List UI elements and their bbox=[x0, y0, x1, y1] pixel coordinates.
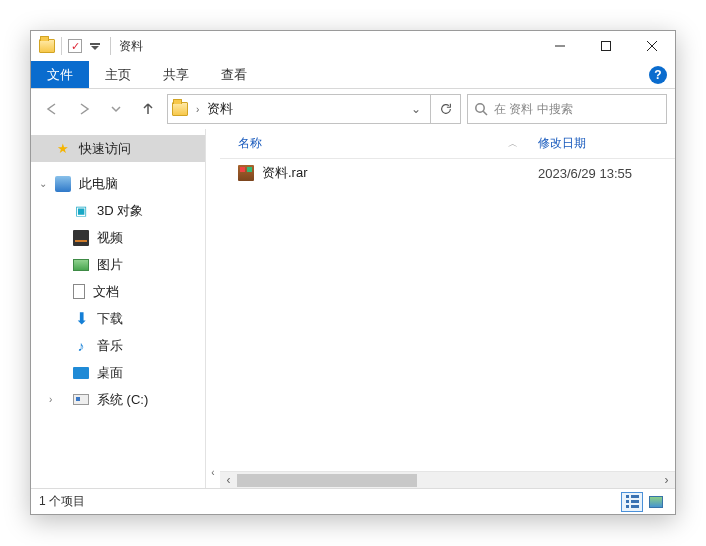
sidebar-item-3d-objects[interactable]: ▣ 3D 对象 bbox=[31, 197, 205, 224]
separator bbox=[110, 37, 111, 55]
column-header-name[interactable]: 名称 ︿ bbox=[220, 135, 530, 152]
table-row[interactable]: 资料.rar 2023/6/29 13:55 bbox=[220, 159, 675, 187]
file-list-pane: 名称 ︿ 修改日期 资料.rar 2023/6/29 13:55 ‹ bbox=[220, 129, 675, 488]
chevron-right-icon[interactable]: › bbox=[49, 394, 59, 405]
sidebar-item-label: 系统 (C:) bbox=[97, 391, 148, 409]
music-icon: ♪ bbox=[73, 338, 89, 354]
sidebar-item-label: 下载 bbox=[97, 310, 123, 328]
search-placeholder: 在 资料 中搜索 bbox=[494, 101, 573, 118]
scrollbar-thumb[interactable] bbox=[237, 474, 417, 487]
column-headers: 名称 ︿ 修改日期 bbox=[220, 129, 675, 159]
tab-home[interactable]: 主页 bbox=[89, 61, 147, 88]
sidebar-collapse-button[interactable]: ‹ bbox=[206, 129, 220, 488]
horizontal-scrollbar[interactable]: ‹ › bbox=[220, 471, 675, 488]
picture-icon bbox=[73, 259, 89, 271]
explorer-window: ✓ 资料 文件 主页 共享 查看 ? bbox=[30, 30, 676, 515]
close-button[interactable] bbox=[629, 31, 675, 61]
maximize-button[interactable] bbox=[583, 31, 629, 61]
svg-rect-1 bbox=[602, 42, 611, 51]
sidebar-item-quick-access[interactable]: ★ 快速访问 bbox=[31, 135, 205, 162]
nav-back-button[interactable] bbox=[39, 96, 65, 122]
sidebar-item-videos[interactable]: 视频 bbox=[31, 224, 205, 251]
document-icon bbox=[73, 284, 85, 299]
refresh-button[interactable] bbox=[431, 94, 461, 124]
sidebar-item-label: 3D 对象 bbox=[97, 202, 143, 220]
sort-ascending-icon: ︿ bbox=[508, 137, 518, 151]
file-list[interactable]: 资料.rar 2023/6/29 13:55 bbox=[220, 159, 675, 471]
file-name: 资料.rar bbox=[262, 164, 308, 182]
nav-history-dropdown[interactable] bbox=[103, 96, 129, 122]
separator bbox=[61, 37, 62, 55]
folder-icon bbox=[39, 39, 55, 53]
navigation-bar: › 资料 ⌄ 在 资料 中搜索 bbox=[31, 89, 675, 129]
title-bar: ✓ 资料 bbox=[31, 31, 675, 61]
column-header-modified[interactable]: 修改日期 bbox=[530, 135, 675, 152]
properties-qat-icon[interactable]: ✓ bbox=[68, 39, 82, 53]
sidebar-item-desktop[interactable]: 桌面 bbox=[31, 359, 205, 386]
sidebar-item-documents[interactable]: 文档 bbox=[31, 278, 205, 305]
search-input[interactable]: 在 资料 中搜索 bbox=[467, 94, 667, 124]
quick-access-toolbar: ✓ bbox=[31, 37, 102, 55]
view-details-button[interactable] bbox=[621, 492, 643, 512]
qat-dropdown-icon[interactable] bbox=[88, 38, 102, 54]
sidebar-item-label: 此电脑 bbox=[79, 175, 118, 193]
sidebar-item-label: 文档 bbox=[93, 283, 119, 301]
explorer-body: ★ 快速访问 ⌄ 此电脑 ▣ 3D 对象 视频 bbox=[31, 129, 675, 488]
address-dropdown-icon[interactable]: ⌄ bbox=[406, 95, 426, 123]
nav-up-button[interactable] bbox=[135, 96, 161, 122]
tree: ★ 快速访问 ⌄ 此电脑 ▣ 3D 对象 视频 bbox=[31, 135, 205, 488]
navigation-pane: ★ 快速访问 ⌄ 此电脑 ▣ 3D 对象 视频 bbox=[31, 129, 206, 488]
status-bar: 1 个项目 bbox=[31, 488, 675, 514]
minimize-button[interactable] bbox=[537, 31, 583, 61]
tab-view[interactable]: 查看 bbox=[205, 61, 263, 88]
tab-file[interactable]: 文件 bbox=[31, 61, 89, 88]
svg-point-4 bbox=[476, 104, 484, 112]
scroll-right-button[interactable]: › bbox=[658, 472, 675, 489]
sidebar-item-label: 音乐 bbox=[97, 337, 123, 355]
view-thumbnails-button[interactable] bbox=[645, 492, 667, 512]
sidebar-item-label: 桌面 bbox=[97, 364, 123, 382]
tab-share[interactable]: 共享 bbox=[147, 61, 205, 88]
drive-icon bbox=[73, 394, 89, 405]
column-header-label: 名称 bbox=[238, 135, 262, 152]
column-header-label: 修改日期 bbox=[538, 136, 586, 150]
sidebar-item-downloads[interactable]: ⬇ 下载 bbox=[31, 305, 205, 332]
sidebar-item-drive-c[interactable]: › 系统 (C:) bbox=[31, 386, 205, 413]
ribbon-tabs: 文件 主页 共享 查看 ? bbox=[31, 61, 675, 89]
download-icon: ⬇ bbox=[73, 311, 89, 327]
sidebar-item-label: 快速访问 bbox=[79, 140, 131, 158]
breadcrumb-segment[interactable]: 资料 bbox=[207, 100, 233, 118]
scrollbar-track[interactable] bbox=[237, 472, 658, 489]
desktop-icon bbox=[73, 367, 89, 379]
help-button[interactable]: ? bbox=[641, 61, 675, 88]
details-view-icon bbox=[626, 495, 639, 508]
sidebar-item-music[interactable]: ♪ 音乐 bbox=[31, 332, 205, 359]
star-icon: ★ bbox=[55, 141, 71, 157]
chevron-down-icon[interactable]: ⌄ bbox=[39, 178, 49, 189]
cube-icon: ▣ bbox=[73, 203, 89, 219]
status-item-count: 1 个项目 bbox=[39, 493, 85, 510]
sidebar-item-label: 图片 bbox=[97, 256, 123, 274]
thumbnails-view-icon bbox=[649, 496, 663, 508]
file-modified: 2023/6/29 13:55 bbox=[530, 166, 675, 181]
rar-archive-icon bbox=[238, 165, 254, 181]
this-pc-icon bbox=[55, 176, 71, 192]
svg-line-5 bbox=[483, 111, 487, 115]
window-title: 资料 bbox=[119, 38, 143, 55]
sidebar-item-label: 视频 bbox=[97, 229, 123, 247]
scroll-left-button[interactable]: ‹ bbox=[220, 472, 237, 489]
help-icon: ? bbox=[649, 66, 667, 84]
window-controls bbox=[537, 31, 675, 61]
nav-forward-button[interactable] bbox=[71, 96, 97, 122]
sidebar-item-pictures[interactable]: 图片 bbox=[31, 251, 205, 278]
sidebar-item-this-pc[interactable]: ⌄ 此电脑 bbox=[31, 170, 205, 197]
film-icon bbox=[73, 230, 89, 246]
folder-icon bbox=[172, 102, 188, 116]
chevron-right-icon[interactable]: › bbox=[196, 104, 199, 115]
address-bar[interactable]: › 资料 ⌄ bbox=[167, 94, 431, 124]
